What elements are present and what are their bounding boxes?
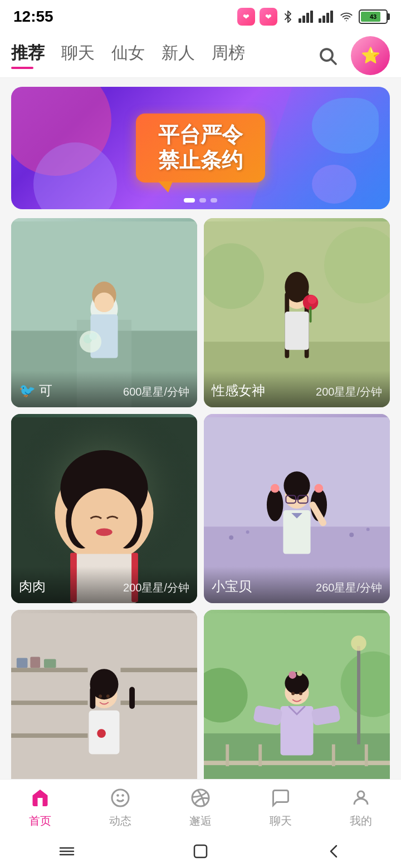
svg-point-54 [314, 484, 323, 493]
svg-point-97 [112, 790, 129, 806]
svg-rect-2 [306, 13, 309, 23]
card-overlay-3: 肉肉 200星星/分钟 [11, 566, 197, 603]
svg-rect-0 [299, 18, 301, 23]
nav-tabs: 推荐 聊天 仙女 新人 周榜 [11, 42, 313, 69]
svg-rect-5 [322, 16, 325, 23]
encounter-label: 邂逅 [189, 813, 212, 828]
card-price-4: 260星星/分钟 [316, 580, 382, 595]
dynamic-svg [110, 788, 130, 808]
profile-icon [349, 786, 373, 810]
svg-rect-63 [11, 733, 88, 738]
banner-dot-2 [199, 198, 206, 203]
card-photo-6 [204, 610, 390, 799]
svg-line-9 [331, 59, 336, 63]
bottom-nav-chat[interactable]: 聊天 [241, 780, 321, 835]
grid-card-4[interactable]: 小宝贝 260星星/分钟 [204, 414, 390, 603]
card-overlay-1: 🐦 可 600星星/分钟 [11, 371, 197, 407]
card-name-4: 小宝贝 [212, 578, 252, 595]
svg-point-39 [96, 528, 112, 536]
banner-dot-3 [211, 198, 217, 203]
tab-chat[interactable]: 聊天 [61, 42, 95, 69]
banner-speech-bubble: 平台严令 禁止条约 [136, 114, 265, 182]
heart-icon: 🐦 [19, 383, 36, 398]
card-overlay-2: 性感女神 200星星/分钟 [204, 371, 390, 407]
status-bar: 12:55 ❤ ❤ 43 [0, 0, 401, 33]
bottom-nav-encounter[interactable]: 邂逅 [160, 780, 241, 835]
app-icon-2: ❤ [260, 8, 277, 26]
card-photo-5 [11, 610, 197, 799]
svg-rect-6 [326, 13, 329, 23]
profile-avatar-button[interactable]: ⭐ [351, 36, 390, 75]
menu-icon [58, 845, 76, 858]
square-icon [193, 844, 208, 859]
svg-rect-84 [332, 744, 335, 766]
grid-card-5[interactable] [11, 610, 197, 799]
grid-card-3[interactable]: 肉肉 200星星/分钟 [11, 414, 197, 603]
bottom-nav-home[interactable]: 首页 [0, 780, 80, 835]
svg-rect-4 [319, 18, 321, 23]
svg-point-45 [229, 535, 233, 540]
back-icon [326, 844, 342, 859]
encounter-svg [190, 788, 211, 808]
battery-indicator: 43 [359, 9, 388, 24]
tab-recommend[interactable]: 推荐 [11, 42, 45, 69]
svg-rect-82 [226, 744, 229, 766]
search-button[interactable] [313, 41, 342, 70]
svg-rect-1 [302, 16, 305, 23]
svg-point-90 [288, 671, 296, 679]
svg-rect-81 [204, 761, 390, 765]
card-price-2: 200星星/分钟 [316, 384, 382, 400]
svg-rect-61 [11, 668, 88, 672]
banner-section: 平台严令 禁止条约 [0, 78, 401, 214]
banner-title-line1: 平台严令 [158, 122, 243, 148]
tab-weekly[interactable]: 周榜 [212, 42, 245, 69]
bottom-nav-profile[interactable]: 我的 [321, 780, 401, 835]
svg-rect-7 [330, 11, 333, 23]
avatar-icon: ⭐ [361, 46, 380, 65]
svg-point-38 [71, 489, 137, 554]
tab-newuser[interactable]: 新人 [162, 42, 195, 69]
chat-svg [271, 788, 291, 808]
svg-point-75 [99, 694, 102, 698]
svg-point-92 [291, 692, 295, 695]
person-figure-5 [11, 610, 197, 799]
top-nav: 推荐 聊天 仙女 新人 周榜 ⭐ [0, 33, 401, 78]
svg-point-89 [285, 672, 309, 694]
svg-rect-68 [44, 659, 56, 668]
banner-dot-1 [184, 198, 195, 203]
svg-point-93 [299, 692, 302, 695]
card-price-1: 600星星/分钟 [123, 384, 189, 400]
card-overlay-4: 小宝贝 260星星/分钟 [204, 566, 390, 603]
svg-point-46 [246, 530, 250, 534]
grid-card-1[interactable]: 🐦 可 600星星/分钟 [11, 218, 197, 407]
svg-rect-64 [120, 668, 197, 672]
bluetooth-icon [282, 11, 294, 23]
banner[interactable]: 平台严令 禁止条约 [11, 87, 390, 209]
system-home-button[interactable] [184, 840, 217, 862]
system-back-button[interactable] [317, 840, 351, 862]
system-menu-button[interactable] [50, 840, 84, 862]
profile-label: 我的 [350, 813, 372, 828]
grid-card-6[interactable] [204, 610, 390, 799]
bottom-nav-dynamic[interactable]: 动态 [80, 780, 160, 835]
svg-point-30 [308, 295, 317, 304]
person-figure-6 [204, 610, 390, 799]
svg-point-48 [366, 527, 370, 531]
home-label: 首页 [29, 813, 51, 828]
nav-actions: ⭐ [313, 36, 390, 75]
svg-point-19 [89, 332, 97, 340]
svg-point-101 [358, 791, 364, 798]
signal-icon-2 [319, 11, 334, 23]
home-svg [30, 788, 50, 808]
svg-point-91 [297, 670, 302, 676]
svg-rect-71 [90, 687, 95, 709]
tab-fairy[interactable]: 仙女 [111, 42, 145, 69]
svg-rect-62 [11, 701, 88, 705]
svg-rect-85 [365, 744, 368, 766]
profile-svg [351, 788, 371, 808]
grid-card-2[interactable]: 性感女神 200星星/分钟 [204, 218, 390, 407]
banner-dots [184, 198, 217, 203]
svg-point-76 [106, 694, 110, 698]
svg-rect-31 [310, 306, 312, 322]
wifi-icon [339, 11, 354, 23]
